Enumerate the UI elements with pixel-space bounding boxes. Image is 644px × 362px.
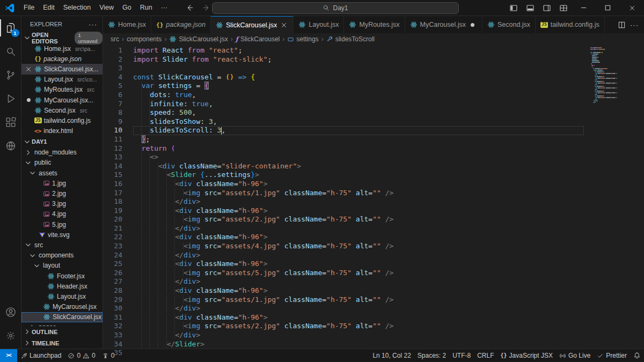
line-number[interactable]: 10 (103, 126, 122, 135)
status-launchpad[interactable]: Launchpad (17, 349, 64, 362)
code-line[interactable]: </Slider> (133, 340, 584, 349)
line-number[interactable]: 32 (103, 322, 122, 331)
tree-item-4-jpg[interactable]: 4.jpg (21, 209, 103, 219)
line-number[interactable]: 22 (103, 233, 122, 242)
status-problems[interactable]: 00 (64, 349, 98, 362)
code-line[interactable]: <div className="h-96"> (133, 286, 584, 295)
open-editor-index-html[interactable]: <>index.html (21, 126, 103, 136)
code-line[interactable]: slidesToShow: 3, (133, 117, 584, 127)
code-line[interactable]: const SlickCarousel = () => { (133, 73, 584, 82)
open-editor-slickcarousel-jsx[interactable]: SlickCarousel.jsx... (21, 64, 103, 74)
breadcrumb-item-slickcarousel-jsx[interactable]: SlickCarousel.jsx (169, 35, 228, 43)
toggle-secondary-sidebar-icon[interactable] (538, 0, 555, 16)
menu-more[interactable]: ··· (157, 2, 172, 13)
code-line[interactable]: speed: 500, (133, 108, 584, 117)
code-line[interactable]: <div className="h-96"> (133, 313, 584, 322)
menu-file[interactable]: File (19, 2, 39, 13)
code-line[interactable]: <div className="h-96"> (133, 260, 584, 269)
breadcrumb-item-components[interactable]: components (127, 35, 162, 43)
code-line[interactable]: <div className="h-96"> (133, 206, 584, 216)
activity-source-control[interactable] (0, 63, 21, 87)
code-line[interactable]: <div className="h-96"> (133, 180, 584, 189)
code-line[interactable]: <Slider {...settings}> (133, 171, 584, 180)
explorer-more-actions-icon[interactable]: ··· (89, 20, 97, 28)
menu-selection[interactable]: Selection (59, 2, 95, 13)
project-section-header[interactable]: DAY1 (21, 136, 103, 147)
code-line[interactable]: </div> (133, 197, 584, 206)
toggle-panel-icon[interactable] (522, 0, 538, 16)
activity-remote-explorer[interactable] (0, 134, 21, 158)
open-editor-mycarousel-jsx[interactable]: MyCarousel.jsx... (21, 95, 103, 105)
menu-run[interactable]: Run (136, 2, 157, 13)
tab-myroutes-jsx[interactable]: MyRoutes.jsx (344, 16, 405, 33)
line-number[interactable]: 35 (103, 349, 122, 358)
tree-item-pages[interactable]: pages (21, 322, 103, 326)
tab-tailwind-config-js[interactable]: JStailwind.config.js (536, 16, 605, 33)
open-editor-package-json[interactable]: {}package.json (21, 54, 103, 64)
code-line[interactable]: </div> (133, 304, 584, 313)
code-line[interactable] (133, 64, 584, 73)
tree-item-vite-svg[interactable]: vite.svg (21, 230, 103, 240)
line-number[interactable]: 7 (103, 100, 122, 109)
line-number[interactable]: 15 (103, 171, 122, 180)
status-notifications[interactable] (630, 349, 644, 362)
line-number[interactable]: 33 (103, 331, 122, 340)
open-editor-layout-jsx[interactable]: Layout.jsxsrc\co... (21, 75, 103, 85)
line-number[interactable]: 4 (103, 73, 122, 82)
customize-layout-icon[interactable] (555, 0, 572, 16)
code-line[interactable]: <img src="assets/2.jpg" className="h-75"… (133, 322, 584, 331)
close-window-button[interactable] (620, 0, 644, 16)
line-number[interactable]: 21 (103, 224, 122, 233)
status-prettier[interactable]: Prettier (594, 349, 630, 362)
code-line[interactable]: </div> (133, 224, 584, 233)
tree-item-5-jpg[interactable]: 5.jpg (21, 219, 103, 230)
split-editor-icon[interactable] (618, 21, 626, 29)
tab-slickcarousel-jsx[interactable]: SlickCarousel.jsx (211, 16, 294, 33)
line-number[interactable]: 9 (103, 117, 122, 127)
tab-package-json[interactable]: {}package.json (151, 16, 211, 33)
tree-item-1-jpg[interactable]: 1.jpg (21, 178, 103, 188)
line-number[interactable]: 20 (103, 215, 122, 224)
status-encoding[interactable]: UTF-8 (449, 349, 474, 362)
open-editor-tailwind-config-js[interactable]: JStailwind.config.js (21, 115, 103, 125)
code-line[interactable]: import Slider from "react-slick"; (133, 55, 584, 64)
activity-settings[interactable] (0, 324, 21, 348)
code-line[interactable]: <img src="assets/2.jpg" className="h-75"… (133, 215, 584, 224)
forward-arrow-icon[interactable] (202, 4, 210, 12)
tree-item-mycarousel-jsx[interactable]: MyCarousel.jsx (21, 302, 103, 312)
menu-view[interactable]: View (95, 2, 118, 13)
tree-item-3-jpg[interactable]: 3.jpg (21, 199, 103, 209)
code-line[interactable]: <> (133, 153, 584, 162)
activity-extensions[interactable] (0, 110, 21, 134)
activity-search[interactable] (0, 40, 21, 63)
toggle-primary-sidebar-icon[interactable] (505, 0, 522, 16)
tree-item-components[interactable]: components (21, 250, 103, 261)
code-line[interactable]: </div> (133, 251, 584, 260)
activity-run-and-debug[interactable] (0, 87, 21, 110)
code-line[interactable]: return ( (133, 144, 584, 153)
line-number[interactable]: 1 (103, 46, 122, 55)
activity-accounts[interactable] (0, 300, 21, 324)
open-editor-home-jsx[interactable]: Home.jsxsrc\pa... (21, 43, 103, 54)
code-line[interactable]: infinite: true, (133, 100, 584, 109)
outline-section-header[interactable]: OUTLINE (21, 326, 103, 337)
code-line[interactable]: <div className="slider-container"> (133, 162, 584, 171)
editor-more-actions-icon[interactable]: ··· (630, 21, 639, 29)
line-number[interactable]: 6 (103, 91, 122, 100)
code-line[interactable]: </div> (133, 277, 584, 286)
status-eol[interactable]: CRLF (474, 349, 497, 362)
code-line[interactable]: }; (133, 135, 584, 144)
modified-dot[interactable] (25, 98, 32, 102)
status-remote-window[interactable]: >< (0, 349, 17, 362)
line-number[interactable]: 34 (103, 340, 122, 349)
open-editor-second-jsx[interactable]: Second.jsxsrc (21, 105, 103, 115)
tree-item-node-modules[interactable]: node_modules (21, 147, 103, 158)
open-editors-header[interactable]: OPEN EDITORS 1 unsaved (21, 32, 103, 43)
line-number[interactable]: 13 (103, 153, 122, 162)
code-line[interactable]: <img src="assets/1.jpg" className="h-75"… (133, 189, 584, 198)
tab-home-jsx[interactable]: Home.jsx (103, 16, 151, 33)
line-number[interactable]: 5 (103, 82, 122, 91)
code-line[interactable]: slidesToScroll: 3, (133, 126, 584, 135)
tree-item-header-jsx[interactable]: Header.jsx (21, 281, 103, 291)
tab-modified-dot[interactable] (469, 23, 477, 27)
